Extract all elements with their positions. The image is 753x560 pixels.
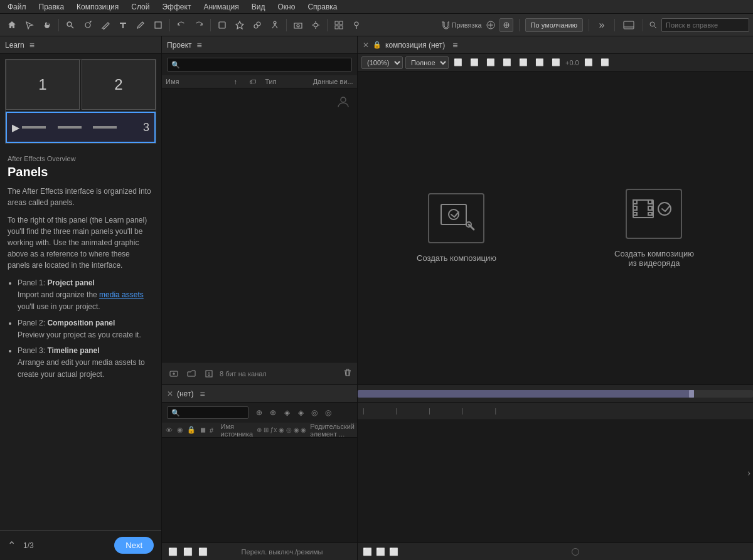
rotate-tool[interactable] bbox=[80, 17, 96, 33]
timeline-tick-row: | | | | | › bbox=[358, 403, 753, 420]
redo-tool[interactable] bbox=[191, 17, 207, 33]
brush-tool[interactable] bbox=[132, 17, 149, 33]
comp-panel: ✕ 🔒 композиция (нет) ≡ (100%) Полное ⬜ ⬜… bbox=[358, 36, 753, 384]
toolbar-separator-2 bbox=[169, 19, 170, 31]
bullet-label-2: Composition panel bbox=[47, 319, 115, 327]
tl-bottom-btn-2[interactable]: ⬜ bbox=[376, 547, 385, 556]
pin-tool[interactable] bbox=[348, 17, 365, 33]
workspace-dropdown[interactable]: По умолчанию bbox=[525, 18, 583, 32]
filmstrip-icon bbox=[632, 198, 676, 230]
arrow-tool[interactable] bbox=[21, 17, 38, 33]
tick-5: | bbox=[494, 408, 496, 415]
timeline-menu-icon[interactable]: ≡ bbox=[200, 389, 205, 399]
svg-line-1 bbox=[72, 26, 74, 28]
project-search-input[interactable] bbox=[167, 58, 352, 71]
undo-tool[interactable] bbox=[173, 17, 190, 33]
mask-tool[interactable] bbox=[214, 17, 230, 33]
timeline-tool-2[interactable]: ⊕ bbox=[267, 406, 279, 419]
quality-dropdown[interactable]: Полное bbox=[405, 56, 449, 69]
light-tool[interactable] bbox=[307, 17, 324, 33]
timeline-search-input[interactable] bbox=[167, 406, 248, 419]
menu-composition[interactable]: Композиция bbox=[74, 1, 121, 13]
project-body bbox=[162, 88, 357, 362]
timeline-ruler[interactable] bbox=[358, 385, 753, 403]
viewer-btn-2[interactable]: ⬜ bbox=[467, 57, 481, 68]
viewer-btn-7[interactable]: ⬜ bbox=[549, 57, 563, 68]
ruler-thumb[interactable] bbox=[689, 390, 694, 398]
timeline-footer-btn-2[interactable]: ⬜ bbox=[182, 546, 193, 557]
project-col-name: Имя bbox=[162, 77, 230, 87]
create-comp-label: Создать композицию bbox=[417, 253, 496, 263]
comp-menu-icon[interactable]: ≡ bbox=[452, 40, 457, 50]
timeline-tool-6[interactable]: ◎ bbox=[322, 406, 334, 419]
project-panel-title: Проект bbox=[167, 41, 192, 50]
delete-btn[interactable] bbox=[343, 368, 352, 379]
timeline-close-btn[interactable]: ✕ bbox=[167, 389, 173, 398]
viewer-btn-3[interactable]: ⬜ bbox=[484, 57, 498, 68]
menu-animation[interactable]: Анимация bbox=[201, 1, 241, 13]
tl-bottom-btn-1[interactable]: ⬜ bbox=[363, 547, 372, 556]
new-folder-btn[interactable] bbox=[184, 367, 198, 381]
bullet-link-1[interactable]: media assets bbox=[99, 290, 144, 299]
menu-file[interactable]: Файл bbox=[5, 1, 29, 13]
timeline-scroll-btn[interactable]: › bbox=[747, 468, 750, 478]
snap-label: Привязка bbox=[452, 21, 482, 29]
hand-tool[interactable] bbox=[39, 17, 55, 33]
snap-toggle[interactable] bbox=[499, 18, 513, 32]
learn-panel-menu-icon[interactable]: ≡ bbox=[29, 40, 35, 50]
bullet-label-3: Timeline panel bbox=[47, 346, 99, 355]
create-comp-action[interactable]: Создать композицию bbox=[417, 193, 496, 263]
home-btn[interactable] bbox=[4, 17, 20, 33]
menu-view[interactable]: Вид bbox=[249, 1, 268, 13]
shape-tool[interactable] bbox=[150, 17, 166, 33]
viewer-btn-1[interactable]: ⬜ bbox=[451, 57, 465, 68]
timeline-time-display bbox=[402, 548, 748, 556]
next-btn[interactable]: Next bbox=[114, 537, 154, 554]
new-comp-btn[interactable] bbox=[167, 367, 181, 381]
timeline-tool-5[interactable]: ◎ bbox=[308, 406, 321, 419]
search-tool[interactable] bbox=[62, 17, 78, 33]
comp-close-btn[interactable]: ✕ bbox=[363, 41, 369, 50]
pen-tool[interactable] bbox=[97, 17, 114, 33]
person-icon bbox=[336, 95, 351, 113]
timeline-tool-1[interactable]: ⊕ bbox=[253, 406, 265, 419]
project-col-sort[interactable]: ↑ bbox=[230, 77, 246, 87]
timeline-footer-btn-1[interactable]: ⬜ bbox=[167, 546, 178, 557]
import-btn[interactable] bbox=[202, 367, 216, 381]
menu-effect[interactable]: Эффект bbox=[159, 1, 193, 13]
timeline-tool-4[interactable]: ◈ bbox=[294, 406, 307, 419]
viewer-btn-9[interactable]: ⬜ bbox=[598, 57, 612, 68]
zoom-dropdown[interactable]: (100%) bbox=[361, 56, 403, 69]
viewer-btn-5[interactable]: ⬜ bbox=[516, 57, 530, 68]
tl-bottom-btn-3[interactable]: ⬜ bbox=[389, 547, 398, 556]
viewer-btn-4[interactable]: ⬜ bbox=[500, 57, 514, 68]
menu-edit[interactable]: Правка bbox=[36, 1, 67, 13]
comp-viewer-toolbar: (100%) Полное ⬜ ⬜ ⬜ ⬜ ⬜ ⬜ ⬜ +0.0 ⬜ ⬜ bbox=[358, 54, 753, 71]
clone-tool[interactable] bbox=[249, 17, 265, 33]
star-tool[interactable] bbox=[232, 17, 248, 33]
col-fx-icons: ⊕ ⊞ ƒx ◉ ◎ ◉ ◉ bbox=[257, 426, 306, 433]
menu-help[interactable]: Справка bbox=[305, 1, 339, 13]
menu-window[interactable]: Окно bbox=[275, 1, 297, 13]
text-tool[interactable] bbox=[115, 17, 131, 33]
prev-page-btn[interactable]: ⌃ bbox=[8, 539, 16, 551]
svg-point-7 bbox=[257, 22, 260, 26]
grid-tool[interactable] bbox=[331, 17, 347, 33]
puppet-tool[interactable] bbox=[267, 17, 283, 33]
screen-btn[interactable] bbox=[621, 17, 637, 33]
snap-area: Привязка bbox=[441, 21, 482, 29]
viewer-btn-8[interactable]: ⬜ bbox=[582, 57, 595, 68]
timeline-tool-3[interactable]: ◈ bbox=[280, 406, 293, 419]
menu-layer[interactable]: Слой bbox=[129, 1, 152, 13]
viewer-btn-6[interactable]: ⬜ bbox=[533, 57, 547, 68]
timeline-preview-lines bbox=[22, 126, 141, 129]
create-comp-from-footage-action[interactable]: Создать композицию из видеоряда bbox=[614, 189, 694, 268]
help-search-input[interactable] bbox=[661, 18, 749, 32]
col-source: Имя источника bbox=[220, 423, 253, 438]
project-panel-menu-icon[interactable]: ≡ bbox=[197, 40, 202, 50]
workspace-options[interactable]: » bbox=[595, 17, 609, 33]
timeline-footer-label: Перекл. выключ./режимы bbox=[212, 548, 352, 556]
timeline-footer-btn-3[interactable]: ⬜ bbox=[197, 546, 208, 557]
bullet-timeline-panel: Panel 3: Timeline panel Arrange and edit… bbox=[18, 345, 154, 381]
camera-tool[interactable] bbox=[290, 17, 306, 33]
